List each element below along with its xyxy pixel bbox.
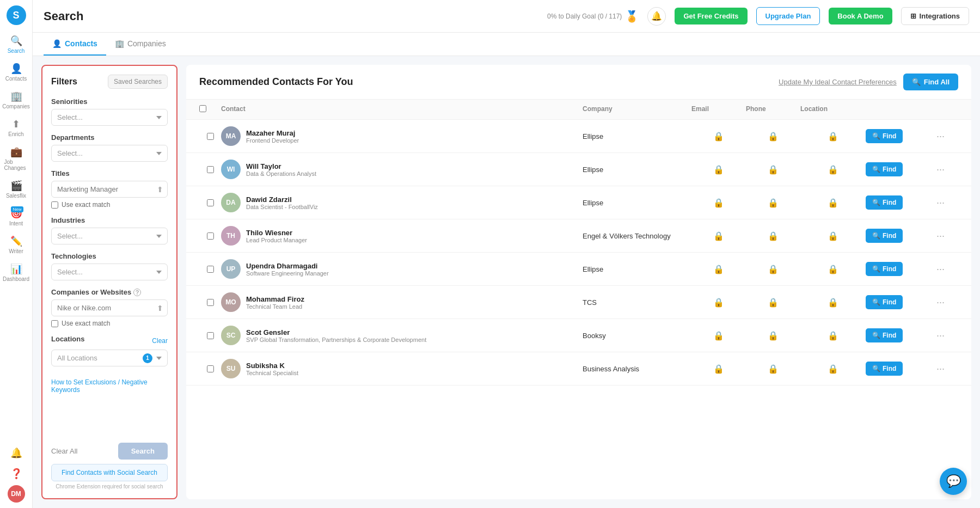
companies-websites-label: Companies or Websites ? [51, 288, 168, 296]
get-free-credits-button[interactable]: Get Free Credits [675, 8, 747, 25]
email-lock-icon-0: 🔒 [691, 131, 746, 142]
location-lock-icon-2: 🔒 [800, 198, 866, 208]
find-button-3[interactable]: 🔍 Find [866, 229, 903, 243]
departments-select[interactable]: Select... [51, 145, 168, 162]
upload-icon[interactable]: ⬆ [157, 185, 163, 194]
content-area: Filters Saved Searches Seniorities Selec… [33, 56, 980, 508]
find-button-6[interactable]: 🔍 Find [866, 328, 903, 342]
user-avatar[interactable]: DM [8, 485, 25, 503]
locations-select-wrap: All Locations 1 [51, 350, 168, 366]
row-checkbox-5[interactable] [207, 299, 214, 306]
contact-name-3: Thilo Wiesner [246, 229, 307, 237]
saved-searches-button[interactable]: Saved Searches [108, 75, 168, 89]
table-row: SU Subiksha K Technical Specialist Busin… [186, 352, 971, 385]
column-contact: Contact [221, 105, 583, 114]
find-all-button[interactable]: 🔍 Find All [903, 74, 958, 90]
more-options-button-6[interactable]: ··· [936, 330, 945, 341]
row-checkbox-0[interactable] [207, 133, 214, 140]
phone-lock-icon-6: 🔒 [746, 330, 800, 341]
more-options-button-7[interactable]: ··· [936, 363, 945, 375]
sidebar-item-notifications[interactable]: 🔔 [2, 444, 30, 462]
contact-name-5: Mohammad Firoz [246, 295, 304, 303]
find-contacts-social-button[interactable]: Find Contacts with Social Search [51, 464, 168, 481]
more-options-button-0[interactable]: ··· [936, 131, 945, 142]
industries-select[interactable]: Select... [51, 228, 168, 244]
sidebar-item-intent[interactable]: 🎯 New Intent [2, 204, 30, 230]
more-options-button-4[interactable]: ··· [936, 264, 945, 275]
email-lock-icon-5: 🔒 [691, 297, 746, 308]
seniorities-select[interactable]: Select... [51, 109, 168, 126]
chat-button[interactable]: 💬 [940, 468, 967, 495]
sidebar-item-dashboard[interactable]: 📊 Dashboard [2, 260, 30, 285]
row-checkbox-1[interactable] [207, 166, 214, 173]
contact-name-4: Upendra Dharmagadi [246, 262, 329, 270]
sidebar-item-contacts[interactable]: 👤 Contacts [2, 59, 30, 85]
company-name-7: Business Analysis [583, 365, 691, 373]
titles-label: Titles [51, 169, 168, 178]
find-button-1[interactable]: 🔍 Find [866, 162, 903, 176]
clear-all-button[interactable]: Clear All [51, 447, 77, 455]
companies-websites-section: Companies or Websites ? ⬆ Use exact matc… [51, 288, 168, 327]
search-magnifier-icon: 🔍 [912, 78, 921, 86]
sidebar-item-writer[interactable]: ✏️ Writer [2, 232, 30, 258]
row-checkbox-4[interactable] [207, 266, 214, 273]
contact-title-7: Technical Specialist [246, 370, 298, 376]
row-checkbox-6[interactable] [207, 332, 214, 339]
update-prefs-button[interactable]: Update My Ideal Contact Preferences [779, 78, 897, 86]
sidebar-item-job-changes[interactable]: 💼 Job Changes [2, 143, 30, 174]
companies-upload-icon[interactable]: ⬆ [157, 304, 163, 313]
locations-clear-button[interactable]: Clear [152, 337, 168, 345]
find-button-2[interactable]: 🔍 Find [866, 195, 903, 210]
tab-contacts[interactable]: 👤 Contacts [44, 33, 106, 56]
table-row: UP Upendra Dharmagadi Software Engineeri… [186, 253, 971, 286]
sidebar-logo[interactable]: S [7, 5, 26, 25]
book-demo-button[interactable]: Book A Demo [829, 8, 892, 25]
alert-icon-btn[interactable]: 🔔 [647, 7, 666, 26]
row-checkbox-7[interactable] [207, 365, 214, 372]
titles-exact-match-checkbox[interactable] [51, 201, 58, 209]
avatar-4: UP [221, 259, 241, 279]
contact-info-3: TH Thilo Wiesner Lead Product Manager [221, 226, 583, 246]
row-checkbox-3[interactable] [207, 232, 214, 240]
location-lock-icon-6: 🔒 [800, 330, 866, 341]
find-button-4[interactable]: 🔍 Find [866, 262, 903, 276]
select-all-checkbox[interactable] [199, 105, 206, 112]
exclusion-link[interactable]: How to Set Exclusions / Negative Keyword… [51, 378, 168, 394]
table-row: MA Mazaher Muraj Frontend Developer Elli… [186, 120, 971, 153]
upgrade-plan-button[interactable]: Upgrade Plan [756, 7, 820, 25]
contact-title-5: Technical Team Lead [246, 303, 304, 310]
technologies-section: Technologies Select... [51, 252, 168, 280]
find-button-5[interactable]: 🔍 Find [866, 295, 903, 309]
phone-lock-icon-7: 🔒 [746, 364, 800, 374]
contact-title-1: Data & Operations Analyst [246, 170, 316, 177]
integrations-button[interactable]: ⊞ Integrations [901, 7, 969, 25]
row-checkbox-2[interactable] [207, 199, 214, 206]
sidebar-item-help[interactable]: ❓ [2, 464, 30, 483]
table-row: MO Mohammad Firoz Technical Team Lead TC… [186, 286, 971, 319]
more-options-button-1[interactable]: ··· [936, 164, 945, 175]
tab-companies[interactable]: 🏢 Companies [106, 33, 175, 56]
find-button-0[interactable]: 🔍 Find [866, 129, 903, 143]
info-icon: ? [133, 289, 141, 296]
find-button-7[interactable]: 🔍 Find [866, 362, 903, 376]
titles-exact-match-row: Use exact match [51, 201, 168, 209]
locations-label: Locations [51, 335, 84, 343]
email-lock-icon-2: 🔒 [691, 198, 746, 208]
sidebar-item-salesflix[interactable]: 🎬 Salesflix [2, 176, 30, 202]
avatar-6: SC [221, 326, 241, 345]
more-options-button-5[interactable]: ··· [936, 297, 945, 308]
writer-icon: ✏️ [10, 235, 22, 247]
sidebar-item-enrich[interactable]: ⬆ Enrich [2, 115, 30, 140]
sidebar-item-companies[interactable]: 🏢 Companies [2, 87, 30, 113]
sidebar-item-search[interactable]: 🔍 Search [2, 32, 30, 57]
phone-lock-icon-0: 🔒 [746, 131, 800, 142]
more-options-button-3[interactable]: ··· [936, 230, 945, 242]
companies-input[interactable] [51, 299, 168, 316]
companies-exact-match-checkbox[interactable] [51, 320, 58, 327]
row-checkbox-cell [199, 365, 221, 372]
titles-input[interactable] [51, 181, 168, 198]
more-options-button-2[interactable]: ··· [936, 197, 945, 209]
contact-title-2: Data Scientist - FootballViz [246, 204, 318, 210]
search-button[interactable]: Search [118, 443, 168, 460]
technologies-select[interactable]: Select... [51, 264, 168, 280]
